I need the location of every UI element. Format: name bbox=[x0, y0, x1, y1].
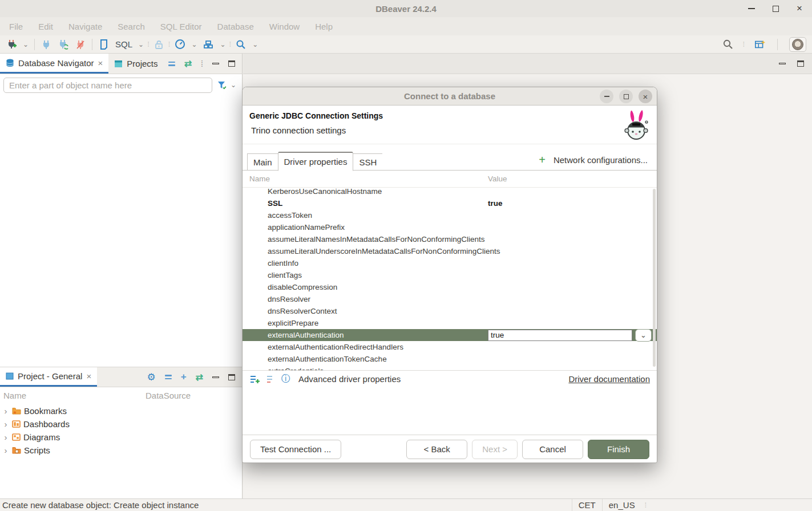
diagrams-icon bbox=[12, 433, 21, 441]
dialog-maximize-button[interactable] bbox=[619, 90, 633, 103]
editor-tab-strip bbox=[243, 54, 812, 74]
minimize-editor-icon[interactable] bbox=[779, 63, 786, 64]
sql-editor-icon[interactable] bbox=[98, 39, 110, 50]
database-icon bbox=[6, 59, 14, 67]
column-header-value[interactable]: Value bbox=[488, 175, 507, 183]
tab-driver-properties[interactable]: Driver properties bbox=[278, 152, 354, 171]
table-row: assumeLiteralNamesInMetadataCallsForNonC… bbox=[243, 233, 657, 245]
driver-manager-chevron-icon[interactable]: ⌄ bbox=[220, 40, 225, 48]
link-with-editor-icon[interactable]: ⇄ bbox=[196, 372, 203, 383]
column-datasource[interactable]: DataSource bbox=[146, 391, 191, 400]
search-metadata-icon[interactable] bbox=[235, 39, 247, 50]
next-button[interactable]: Next > bbox=[472, 440, 518, 459]
menu-search[interactable]: Search bbox=[118, 22, 145, 31]
search-chevron-icon[interactable]: ⌄ bbox=[252, 40, 258, 48]
tab-main[interactable]: Main bbox=[247, 153, 278, 171]
quick-search-icon[interactable] bbox=[722, 39, 733, 50]
maximize-view-icon[interactable] bbox=[228, 374, 235, 380]
table-row: KerberosUseCanonicalHostname bbox=[243, 188, 657, 197]
back-button[interactable]: < Back bbox=[406, 440, 467, 459]
tab-ssh[interactable]: SSH bbox=[353, 153, 382, 171]
tree-item-dashboards[interactable]: › Dashboards bbox=[0, 417, 242, 431]
menu-database[interactable]: Database bbox=[217, 22, 254, 31]
table-row: clientTags bbox=[243, 269, 657, 281]
column-name[interactable]: Name bbox=[0, 391, 146, 400]
menu-navigate[interactable]: Navigate bbox=[68, 22, 102, 31]
menu-edit[interactable]: Edit bbox=[38, 22, 53, 31]
tab-close-icon[interactable]: × bbox=[86, 371, 91, 381]
column-header-name[interactable]: Name bbox=[243, 175, 488, 183]
dialog-close-button[interactable]: × bbox=[639, 90, 652, 103]
dialog-minimize-button[interactable] bbox=[600, 90, 613, 103]
expand-chevron-icon[interactable]: › bbox=[2, 419, 9, 429]
dashboard-chevron-icon[interactable]: ⌄ bbox=[191, 40, 197, 48]
tree-item-scripts[interactable]: › Scripts bbox=[0, 444, 242, 457]
project-folder-icon bbox=[6, 372, 14, 380]
tree-item-bookmarks[interactable]: › Bookmarks bbox=[0, 404, 242, 417]
connect-icon[interactable] bbox=[41, 39, 52, 50]
expand-all-icon[interactable]: + bbox=[181, 371, 187, 383]
sql-editor-label[interactable]: SQL bbox=[115, 39, 132, 49]
window-titlebar: DBeaver 24.2.4 × bbox=[0, 0, 812, 17]
network-configurations-button[interactable]: + Network configurations... bbox=[539, 151, 657, 168]
collapse-all-icon[interactable] bbox=[165, 375, 172, 379]
test-connection-button[interactable]: Test Connection ... bbox=[250, 440, 341, 459]
expand-chevron-icon[interactable]: › bbox=[2, 432, 9, 442]
window-maximize-button[interactable] bbox=[771, 4, 780, 13]
table-row: explicitPrepare bbox=[243, 317, 657, 329]
dialog-tab-bar: Main Driver properties SSH + Network con… bbox=[243, 144, 657, 171]
lock-icon[interactable] bbox=[153, 39, 165, 50]
disconnect-icon[interactable] bbox=[75, 39, 86, 50]
status-timezone[interactable]: CET bbox=[572, 499, 602, 511]
filter-funnel-icon[interactable] bbox=[217, 80, 227, 90]
maximize-view-icon[interactable] bbox=[228, 60, 235, 67]
new-connection-icon[interactable] bbox=[6, 39, 17, 50]
value-dropdown-button[interactable]: ⌄ bbox=[635, 329, 652, 342]
perspective-icon[interactable] bbox=[754, 39, 766, 50]
window-minimize-button[interactable] bbox=[747, 4, 756, 13]
dialog-titlebar[interactable]: Connect to a database × bbox=[243, 87, 657, 106]
maximize-editor-icon[interactable] bbox=[797, 60, 804, 67]
remove-property-icon[interactable] bbox=[266, 375, 276, 384]
tab-project-general[interactable]: Project - General × bbox=[0, 367, 97, 387]
filter-chevron-icon[interactable]: ⌄ bbox=[231, 81, 236, 89]
driver-documentation-link[interactable]: Driver documentation bbox=[568, 374, 650, 384]
tab-database-navigator[interactable]: Database Navigator × bbox=[0, 54, 108, 74]
user-profile-button[interactable] bbox=[789, 37, 806, 52]
status-locale[interactable]: en_US bbox=[602, 499, 641, 511]
settings-gear-icon[interactable]: ⚙ bbox=[147, 371, 155, 383]
expand-chevron-icon[interactable]: › bbox=[2, 445, 9, 455]
table-row: applicationNamePrefix bbox=[243, 221, 657, 233]
minimize-view-icon[interactable] bbox=[212, 63, 219, 64]
reconnect-icon[interactable] bbox=[58, 39, 69, 50]
dialog-heading: Generic JDBC Connection Settings bbox=[249, 111, 650, 120]
table-row: extraCredentials bbox=[243, 365, 657, 370]
toolbar-separator-dots: ⁞ bbox=[168, 40, 171, 48]
cancel-button[interactable]: Cancel bbox=[522, 440, 583, 459]
dashboard-icon[interactable] bbox=[174, 39, 185, 50]
menu-file[interactable]: File bbox=[9, 22, 23, 31]
expand-chevron-icon[interactable]: › bbox=[2, 406, 9, 416]
minimize-view-icon[interactable] bbox=[212, 376, 219, 378]
tab-close-icon[interactable]: × bbox=[98, 58, 103, 68]
properties-grid[interactable]: KerberosUseCanonicalHostname SSLtrue acc… bbox=[243, 188, 657, 370]
finish-button[interactable]: Finish bbox=[588, 440, 649, 459]
window-close-button[interactable]: × bbox=[795, 4, 804, 13]
sql-editor-chevron-icon[interactable]: ⌄ bbox=[138, 40, 144, 48]
menu-help[interactable]: Help bbox=[315, 22, 333, 31]
menu-window[interactable]: Window bbox=[269, 22, 300, 31]
view-menu-icon[interactable]: ⁞ bbox=[201, 59, 203, 68]
driver-manager-icon[interactable] bbox=[203, 39, 214, 50]
property-value-input[interactable] bbox=[488, 330, 632, 341]
add-property-icon[interactable] bbox=[249, 375, 260, 384]
new-connection-chevron-icon[interactable]: ⌄ bbox=[23, 40, 29, 48]
table-row: dnsResolver bbox=[243, 293, 657, 305]
tree-item-diagrams[interactable]: › Diagrams bbox=[0, 431, 242, 444]
link-with-editor-icon[interactable]: ⇄ bbox=[184, 58, 192, 69]
collapse-all-icon[interactable] bbox=[168, 62, 175, 66]
grid-scrollbar[interactable] bbox=[653, 189, 656, 367]
tab-projects[interactable]: Projects bbox=[108, 54, 163, 74]
menu-sql-editor[interactable]: SQL Editor bbox=[160, 22, 202, 31]
object-filter-input[interactable] bbox=[3, 78, 212, 93]
table-row-selected[interactable]: externalAuthentication ⌄ bbox=[243, 329, 657, 341]
